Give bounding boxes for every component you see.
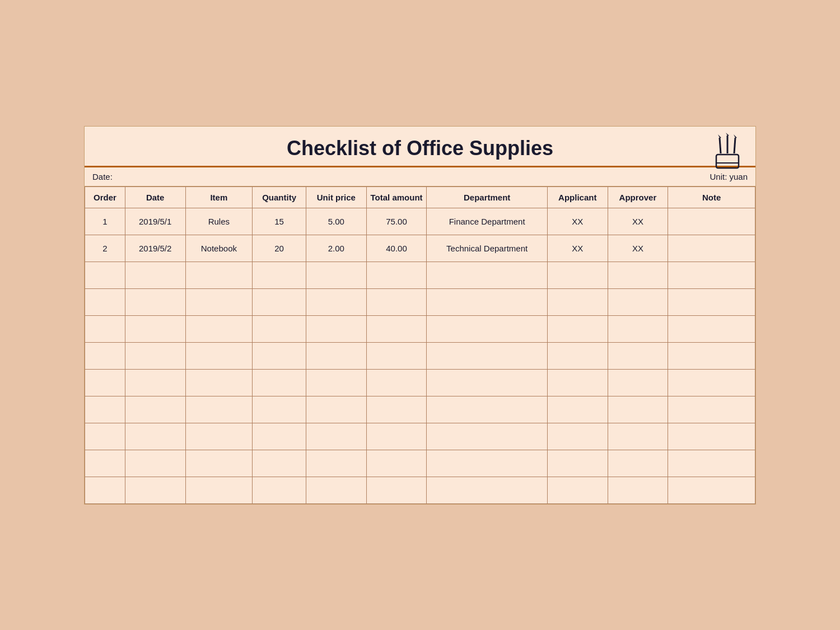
cell-department: Finance Department: [427, 208, 547, 235]
cell-date: [125, 342, 185, 369]
cell-total_amount: [366, 369, 427, 396]
cell-note: [668, 342, 755, 369]
cell-item: Rules: [185, 208, 253, 235]
cell-quantity: [253, 369, 306, 396]
cell-unit_price: [306, 288, 366, 315]
table-row: [85, 369, 755, 396]
cell-note: [668, 288, 755, 315]
cell-total_amount: [366, 450, 427, 477]
cell-approver: [608, 369, 668, 396]
cell-approver: [608, 477, 668, 503]
cell-quantity: [253, 423, 306, 450]
col-header-note: Note: [668, 186, 755, 208]
cell-date: [125, 262, 185, 288]
date-label: Date:: [92, 172, 113, 181]
cell-total_amount: 40.00: [366, 235, 427, 262]
cell-item: Notebook: [185, 235, 253, 262]
document-title: Checklist of Office Supplies: [96, 137, 744, 160]
cell-item: [185, 396, 253, 423]
cell-total_amount: [366, 288, 427, 315]
cell-approver: [608, 450, 668, 477]
svg-marker-7: [734, 134, 737, 138]
cell-department: [427, 342, 547, 369]
cell-department: [427, 288, 547, 315]
col-header-quantity: Quantity: [253, 186, 306, 208]
cell-quantity: [253, 477, 306, 503]
svg-marker-5: [726, 133, 729, 136]
cell-applicant: XX: [547, 208, 608, 235]
cell-date: [125, 369, 185, 396]
cell-order: [85, 262, 125, 288]
cell-unit_price: [306, 450, 366, 477]
cell-unit_price: [306, 342, 366, 369]
cell-quantity: [253, 262, 306, 288]
cell-approver: [608, 342, 668, 369]
cell-quantity: [253, 396, 306, 423]
table-header-row: Order Date Item Quantity Unit price Tota…: [85, 186, 755, 208]
col-header-item: Item: [185, 186, 253, 208]
cell-approver: [608, 288, 668, 315]
cell-unit_price: [306, 423, 366, 450]
cell-applicant: [547, 423, 608, 450]
svg-marker-3: [718, 134, 721, 138]
cell-applicant: [547, 450, 608, 477]
cell-quantity: [253, 450, 306, 477]
table-row: 12019/5/1Rules155.0075.00Finance Departm…: [85, 208, 755, 235]
cell-total_amount: [366, 315, 427, 342]
cell-quantity: [253, 342, 306, 369]
cell-item: [185, 315, 253, 342]
cell-unit_price: [306, 262, 366, 288]
cell-total_amount: 75.00: [366, 208, 427, 235]
cell-order: 2: [85, 235, 125, 262]
cell-item: [185, 477, 253, 503]
document-header: Checklist of Office Supplies: [85, 127, 755, 167]
table-row: [85, 288, 755, 315]
cell-applicant: XX: [547, 235, 608, 262]
cell-date: [125, 396, 185, 423]
cell-applicant: [547, 369, 608, 396]
cell-applicant: [547, 396, 608, 423]
cell-unit_price: [306, 369, 366, 396]
cell-order: [85, 477, 125, 503]
cell-order: [85, 315, 125, 342]
cell-order: [85, 369, 125, 396]
cell-approver: XX: [608, 235, 668, 262]
cell-date: [125, 450, 185, 477]
cell-unit_price: 2.00: [306, 235, 366, 262]
cell-note: [668, 208, 755, 235]
cell-date: [125, 288, 185, 315]
cell-note: [668, 450, 755, 477]
cell-note: [668, 423, 755, 450]
cell-applicant: [547, 262, 608, 288]
cell-total_amount: [366, 262, 427, 288]
cell-department: [427, 423, 547, 450]
cell-note: [668, 262, 755, 288]
cell-item: [185, 369, 253, 396]
cell-applicant: [547, 342, 608, 369]
cell-department: [427, 315, 547, 342]
cell-approver: [608, 315, 668, 342]
cell-order: [85, 450, 125, 477]
cell-item: [185, 342, 253, 369]
cell-approver: [608, 262, 668, 288]
cell-unit_price: [306, 396, 366, 423]
col-header-total-amount: Total amount: [366, 186, 427, 208]
svg-line-6: [734, 138, 735, 153]
cell-order: [85, 396, 125, 423]
unit-label: Unit: yuan: [710, 172, 748, 181]
col-header-applicant: Applicant: [547, 186, 608, 208]
cell-note: [668, 369, 755, 396]
cell-note: [668, 235, 755, 262]
table-row: [85, 396, 755, 423]
cell-total_amount: [366, 342, 427, 369]
meta-row: Date: Unit: yuan: [85, 167, 755, 186]
cell-department: [427, 477, 547, 503]
cell-total_amount: [366, 396, 427, 423]
cell-date: [125, 315, 185, 342]
cell-item: [185, 423, 253, 450]
cell-note: [668, 315, 755, 342]
table-wrapper: Order Date Item Quantity Unit price Tota…: [85, 186, 755, 504]
cell-item: [185, 450, 253, 477]
supplies-table: Order Date Item Quantity Unit price Tota…: [85, 186, 755, 504]
cell-item: [185, 288, 253, 315]
